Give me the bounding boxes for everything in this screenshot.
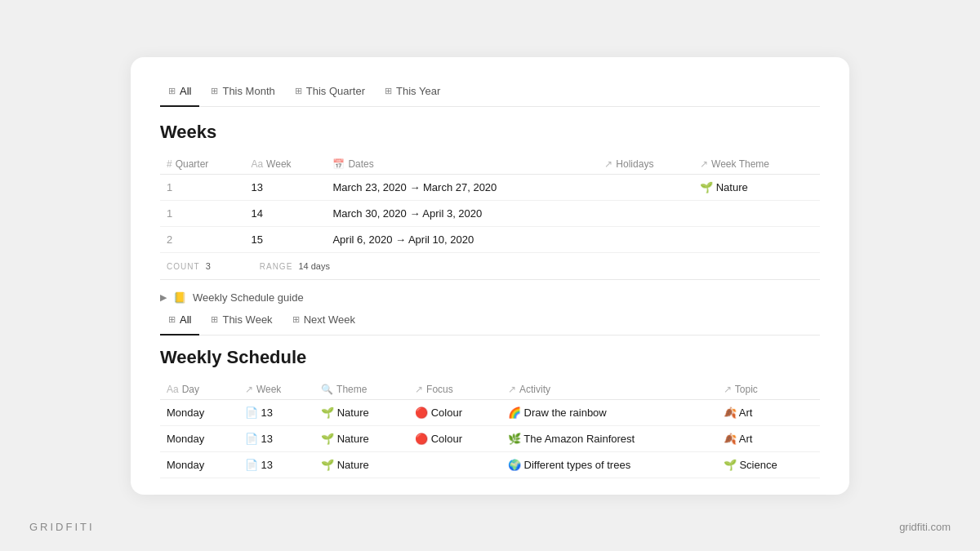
srow1-activity: 🌈 Draw the rainbow bbox=[501, 399, 717, 425]
col-dates: 📅Dates bbox=[326, 154, 598, 175]
scol-day: AaDay bbox=[160, 380, 238, 400]
guide-row[interactable]: ▶ 📒 Weekly Schedule guide bbox=[160, 280, 820, 309]
srow3-activity: 🌍 Different types of trees bbox=[501, 451, 717, 478]
cell-week-3: 15 bbox=[244, 226, 326, 252]
schedule-title: Weekly Schedule bbox=[160, 347, 820, 368]
guide-label: Weekly Schedule guide bbox=[193, 291, 304, 304]
main-card: ⊞ All ⊞ This Month ⊞ This Quarter ⊞ This… bbox=[131, 57, 849, 495]
brand-right: gridfiti.com bbox=[899, 521, 951, 533]
scol-week: ↗Week bbox=[238, 380, 314, 400]
range-display: RANGE 14 days bbox=[260, 261, 330, 271]
schedule-table: AaDay ↗Week 🔍Theme ↗Focus ↗Activity ↗Top… bbox=[160, 380, 820, 478]
srow2-week: 📄 13 bbox=[238, 425, 314, 451]
tab-this-quarter-label: This Quarter bbox=[306, 85, 365, 97]
srow3-focus bbox=[408, 451, 501, 478]
srow1-focus: 🔴 Colour bbox=[408, 399, 501, 425]
srow2-focus: 🔴 Colour bbox=[408, 425, 501, 451]
schedule-tabs: ⊞ All ⊞ This Week ⊞ Next Week bbox=[160, 309, 820, 335]
count-display: COUNT 3 bbox=[167, 261, 211, 271]
srow3-week: 📄 13 bbox=[238, 451, 314, 478]
srow2-activity: 🌿 The Amazon Rainforest bbox=[501, 425, 717, 451]
srow1-week: 📄 13 bbox=[238, 399, 314, 425]
srow2-theme: 🌱 Nature bbox=[314, 425, 408, 451]
col-holidays: ↗Holidays bbox=[598, 154, 693, 175]
guide-arrow-icon: ▶ bbox=[160, 292, 167, 303]
table-row: 1 13 March 23, 2020 → March 27, 2020 🌱 N… bbox=[160, 174, 820, 200]
srow1-theme: 🌱 Nature bbox=[314, 399, 408, 425]
weeks-tabs: ⊞ All ⊞ This Month ⊞ This Quarter ⊞ This… bbox=[160, 80, 820, 107]
tab-this-week-label: This Week bbox=[222, 313, 272, 326]
tab-all-label: All bbox=[180, 85, 191, 97]
cell-theme-3 bbox=[693, 226, 820, 252]
tab-next-week-icon: ⊞ bbox=[292, 314, 300, 325]
weeks-title: Weeks bbox=[160, 122, 820, 143]
cell-holidays-1 bbox=[598, 174, 693, 200]
count-row: COUNT 3 RANGE 14 days bbox=[160, 253, 820, 280]
col-theme: ↗Week Theme bbox=[693, 154, 820, 175]
cell-theme-1: 🌱 Nature bbox=[693, 174, 820, 200]
tab-all[interactable]: ⊞ All bbox=[160, 80, 199, 107]
cell-holidays-2 bbox=[598, 200, 693, 226]
tab-this-quarter[interactable]: ⊞ This Quarter bbox=[287, 80, 373, 107]
srow2-day: Monday bbox=[160, 425, 238, 451]
tab-this-week[interactable]: ⊞ This Week bbox=[203, 309, 280, 335]
cell-theme-2 bbox=[693, 200, 820, 226]
brand-left: GRIDFITI bbox=[29, 521, 95, 533]
srow3-theme: 🌱 Nature bbox=[314, 451, 408, 478]
scol-topic: ↗Topic bbox=[717, 380, 820, 400]
table-row: Monday 📄 13 🌱 Nature 🔴 Colour 🌈 Draw the… bbox=[160, 399, 820, 425]
tab-next-week[interactable]: ⊞ Next Week bbox=[284, 309, 363, 335]
tab-schedule-all-icon: ⊞ bbox=[168, 314, 176, 325]
scol-focus: ↗Focus bbox=[408, 380, 501, 400]
col-quarter: #Quarter bbox=[160, 154, 244, 175]
tab-this-quarter-icon: ⊞ bbox=[295, 86, 302, 96]
cell-quarter-3: 2 bbox=[160, 226, 244, 252]
guide-book-icon: 📒 bbox=[173, 291, 186, 304]
table-row: Monday 📄 13 🌱 Nature 🌍 Different types o… bbox=[160, 451, 820, 478]
srow2-topic: 🍂 Art bbox=[717, 425, 820, 451]
tab-this-month[interactable]: ⊞ This Month bbox=[203, 80, 283, 107]
scol-theme: 🔍Theme bbox=[314, 380, 408, 400]
tab-this-year-label: This Year bbox=[396, 85, 440, 97]
table-row: 1 14 March 30, 2020 → April 3, 2020 bbox=[160, 200, 820, 226]
tab-this-year[interactable]: ⊞ This Year bbox=[376, 80, 448, 107]
tab-schedule-all-label: All bbox=[180, 313, 191, 326]
scol-activity: ↗Activity bbox=[501, 380, 717, 400]
tab-schedule-all[interactable]: ⊞ All bbox=[160, 309, 199, 335]
srow3-topic: 🌱 Science bbox=[717, 451, 820, 478]
tab-this-week-icon: ⊞ bbox=[211, 314, 218, 325]
weeks-table: #Quarter AaWeek 📅Dates ↗Holidays ↗Week T… bbox=[160, 154, 820, 253]
cell-dates-1: March 23, 2020 → March 27, 2020 bbox=[326, 174, 598, 200]
tab-next-week-label: Next Week bbox=[304, 313, 355, 326]
cell-dates-2: March 30, 2020 → April 3, 2020 bbox=[326, 200, 598, 226]
cell-quarter-2: 1 bbox=[160, 200, 244, 226]
srow1-topic: 🍂 Art bbox=[717, 399, 820, 425]
tab-this-month-label: This Month bbox=[222, 85, 274, 97]
col-week: AaWeek bbox=[244, 154, 326, 175]
table-row: 2 15 April 6, 2020 → April 10, 2020 bbox=[160, 226, 820, 252]
tab-all-icon: ⊞ bbox=[168, 86, 176, 96]
cell-week-1: 13 bbox=[244, 174, 326, 200]
srow1-day: Monday bbox=[160, 399, 238, 425]
srow3-day: Monday bbox=[160, 451, 238, 478]
tab-this-year-icon: ⊞ bbox=[385, 86, 392, 96]
table-row: Monday 📄 13 🌱 Nature 🔴 Colour 🌿 The Amaz… bbox=[160, 425, 820, 451]
cell-holidays-3 bbox=[598, 226, 693, 252]
cell-quarter-1: 1 bbox=[160, 174, 244, 200]
cell-week-2: 14 bbox=[244, 200, 326, 226]
cell-dates-3: April 6, 2020 → April 10, 2020 bbox=[326, 226, 598, 252]
tab-this-month-icon: ⊞ bbox=[211, 86, 218, 96]
